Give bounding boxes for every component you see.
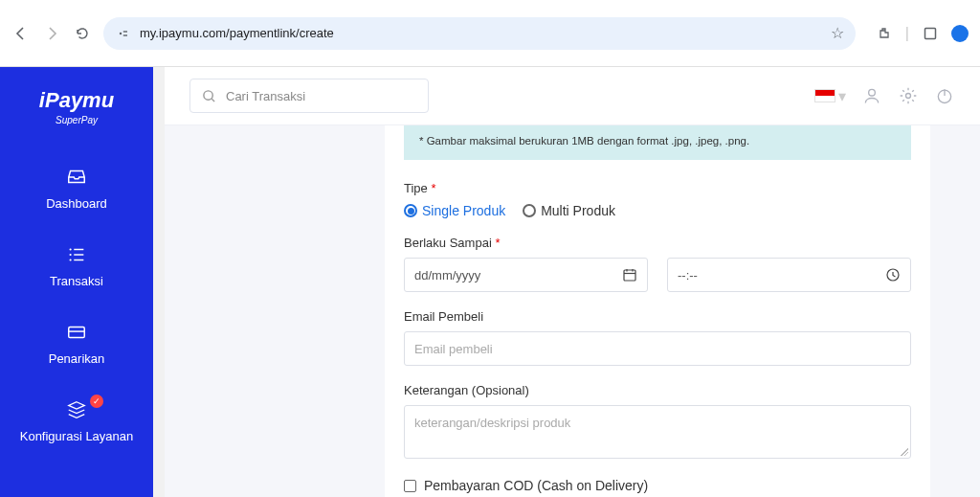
radio-icon [523,204,536,217]
topbar: Cari Transaksi ▾ [165,67,980,125]
sidebar-item-konfigurasi[interactable]: ✓ Konfigurasi Layanan [0,383,153,461]
logo-tagline: SuperPay [56,115,98,125]
svg-rect-10 [69,327,85,337]
settings-icon[interactable] [898,85,919,106]
email-label: Email Pembeli [404,309,911,324]
bookmark-star-icon[interactable]: ☆ [831,24,844,42]
svg-point-0 [120,32,122,34]
url-text: my.ipaymu.com/paymentlink/create [140,26,823,40]
svg-rect-3 [925,28,936,38]
extensions-icon[interactable] [875,24,894,43]
browser-toolbar: my.ipaymu.com/paymentlink/create ☆ | [0,0,980,67]
logo: iPaymu [39,75,114,115]
svg-line-13 [212,99,214,102]
main-area: * Gambar maksimal berukuran 1MB dengan f… [165,125,980,497]
profile-avatar[interactable] [951,25,969,42]
layers-icon [65,398,88,421]
sidebar: iPaymu SuperPay Dashboard Transaksi Pena… [0,67,153,497]
svg-rect-18 [624,270,635,281]
radio-multi-produk[interactable]: Multi Produk [523,203,615,218]
show-tabs-icon[interactable] [921,24,940,43]
chevron-down-icon: ▾ [838,87,846,105]
forward-button[interactable] [42,24,61,43]
email-input[interactable]: Email pembeli [404,331,911,366]
svg-point-14 [869,89,876,96]
card-icon [65,321,88,344]
description-label: Keterangan (Opsional) [404,383,911,397]
list-icon [65,243,88,266]
back-button[interactable] [11,24,31,43]
date-input[interactable]: dd/mm/yyyy [404,258,648,292]
clock-icon [885,267,901,282]
scrollbar[interactable] [153,67,165,497]
inbox-icon [65,166,88,189]
image-hint-banner: * Gambar maksimal berukuran 1MB dengan f… [404,125,911,160]
valid-until-label: Berlaku Sampai * [404,236,911,250]
cod-label: Pembayaran COD (Cash on Delivery) [424,478,648,493]
svg-point-4 [69,248,71,250]
svg-point-6 [69,254,71,256]
power-icon[interactable] [934,85,955,106]
description-textarea[interactable]: keterangan/deskripsi produk [404,405,911,459]
reload-button[interactable] [73,24,92,43]
checkbox-icon [404,480,416,492]
sidebar-item-dashboard[interactable]: Dashboard [0,150,153,228]
svg-point-12 [204,90,212,99]
account-icon[interactable] [861,85,882,106]
calendar-icon [622,267,637,282]
url-bar[interactable]: my.ipaymu.com/paymentlink/create ☆ [103,17,856,50]
svg-point-15 [906,94,911,99]
flag-id-icon [814,89,835,102]
search-input[interactable]: Cari Transaksi [189,79,429,113]
time-input[interactable]: --:-- [667,258,911,292]
cod-checkbox-row[interactable]: Pembayaran COD (Cash on Delivery) [404,478,911,493]
paymentlink-form: * Gambar maksimal berukuran 1MB dengan f… [385,125,930,497]
svg-point-8 [69,259,71,260]
radio-single-produk[interactable]: Single Produk [404,203,505,218]
search-icon [202,89,216,103]
browser-actions: | [867,24,969,43]
content-area: Cari Transaksi ▾ * Gambar maksimal beruk… [165,67,980,497]
divider: | [905,25,909,42]
language-selector[interactable]: ▾ [814,87,846,105]
type-label: Tipe * [404,181,911,195]
sidebar-item-penarikan[interactable]: Penarikan [0,305,153,383]
sidebar-item-transaksi[interactable]: Transaksi [0,228,153,305]
site-info-icon[interactable] [115,25,132,42]
notification-badge: ✓ [90,395,103,408]
radio-icon [404,204,417,217]
